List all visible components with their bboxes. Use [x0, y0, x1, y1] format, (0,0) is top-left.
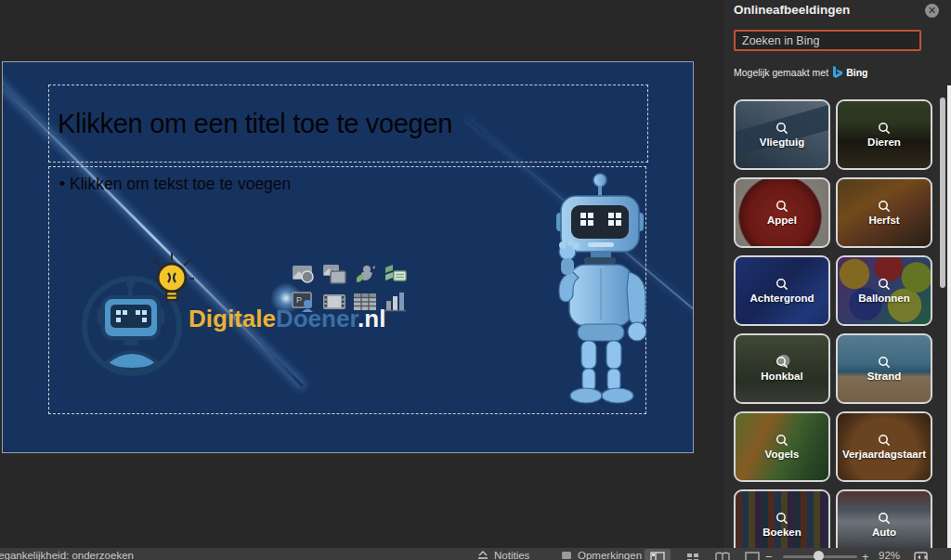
online-images-panel: Onlineafbeeldingen ✕ Mogelijk gemaakt me… — [723, 0, 951, 560]
search-icon — [878, 122, 891, 135]
slide-sorter-button[interactable] — [680, 549, 706, 560]
tile-label: Herfst — [868, 215, 899, 226]
fit-to-window-icon[interactable] — [914, 552, 928, 560]
search-icon — [878, 434, 891, 447]
search-icon — [775, 512, 788, 525]
panel-title: Onlineafbeeldingen — [734, 3, 850, 17]
table-icon[interactable] — [353, 292, 377, 312]
tile-label: Appel — [767, 215, 797, 226]
powered-by-bing: Mogelijk gemaakt met Bing — [734, 66, 867, 79]
title-placeholder-text: Klikken om een titel toe te voegen — [49, 109, 452, 139]
robot-image[interactable] — [532, 172, 667, 404]
chart-icon[interactable] — [384, 292, 408, 312]
normal-view-button[interactable] — [645, 549, 671, 560]
bing-brand-text: Bing — [846, 67, 867, 78]
status-bar: Toegankelijkheid: onderzoeken Notities O… — [0, 548, 951, 560]
smartart-icon[interactable] — [384, 264, 408, 284]
search-icon — [775, 278, 788, 291]
reading-view-icon — [715, 552, 730, 560]
slideshow-button[interactable] — [739, 549, 765, 560]
logo-lightbulb-icon — [150, 253, 194, 312]
tile-label: Honkbal — [761, 371, 802, 382]
tile-vliegtuig[interactable]: Vliegtuig — [734, 99, 830, 170]
tile-honkbal[interactable]: Honkbal — [734, 333, 830, 404]
cameo-icon[interactable]: P — [292, 292, 316, 312]
tile-label: Dieren — [867, 137, 901, 148]
search-icon — [878, 200, 891, 213]
search-icon — [775, 122, 788, 135]
notes-icon — [477, 551, 489, 560]
slideshow-icon — [745, 552, 760, 560]
bing-logo-icon — [832, 66, 842, 79]
panel-scrollbar-track[interactable] — [947, 85, 951, 560]
tile-label: Auto — [872, 527, 896, 538]
search-icon — [878, 512, 891, 525]
zoom-out-button[interactable]: − — [765, 550, 773, 560]
zoom-in-button[interactable]: + — [862, 550, 869, 560]
normal-view-icon — [650, 552, 665, 560]
reading-view-button[interactable] — [710, 549, 736, 560]
search-icon — [775, 356, 788, 369]
slide-sorter-icon — [686, 552, 699, 560]
zoom-level[interactable]: 92% — [879, 550, 900, 560]
comments-toggle[interactable]: Opmerkingen — [578, 550, 642, 560]
tile-appel[interactable]: Appel — [734, 177, 830, 248]
icons-icon[interactable] — [353, 264, 377, 284]
tile-label: Ballonnen — [858, 293, 910, 304]
stock-images-icon[interactable] — [322, 264, 346, 284]
tile-strand[interactable]: Strand — [836, 333, 932, 404]
video-icon[interactable] — [322, 292, 346, 312]
search-input[interactable] — [734, 30, 921, 51]
close-icon[interactable]: ✕ — [925, 4, 939, 18]
content-insert-icons: P — [292, 264, 407, 314]
tile-vogels[interactable]: Vogels — [734, 411, 830, 482]
search-icon — [878, 278, 891, 291]
svg-text:P: P — [296, 295, 302, 305]
tile-label: Vliegtuig — [760, 137, 805, 148]
powered-by-text: Mogelijk gemaakt met — [734, 67, 828, 78]
editor-canvas: Klikken om een titel toe te voegen • Kli… — [0, 0, 723, 560]
pictures-icon[interactable] — [292, 264, 316, 284]
slide[interactable]: Klikken om een titel toe te voegen • Kli… — [2, 61, 694, 453]
search-icon — [775, 434, 788, 447]
search-icon — [878, 356, 891, 369]
zoom-slider-handle[interactable] — [814, 551, 824, 560]
tile-label: Strand — [867, 371, 901, 382]
tile-label: Vogels — [765, 449, 800, 460]
tile-label: Boeken — [762, 527, 801, 538]
comments-icon — [561, 551, 572, 560]
notes-toggle[interactable]: Notities — [494, 550, 529, 560]
tile-herfst[interactable]: Herfst — [836, 177, 932, 248]
tile-label: Achtergrond — [750, 293, 814, 304]
accessibility-status[interactable]: Toegankelijkheid: onderzoeken — [0, 550, 134, 560]
panel-scrollbar-thumb[interactable] — [940, 98, 945, 288]
tile-verjaardagstaart[interactable]: Verjaardagstaart — [836, 411, 932, 482]
search-icon — [775, 200, 788, 213]
tile-ballonnen[interactable]: Ballonnen — [836, 255, 932, 326]
tile-label: Verjaardagstaart — [842, 449, 926, 460]
tile-dieren[interactable]: Dieren — [836, 99, 932, 170]
title-placeholder[interactable]: Klikken om een titel toe te voegen — [48, 85, 648, 163]
tile-achtergrond[interactable]: Achtergrond — [734, 255, 830, 326]
